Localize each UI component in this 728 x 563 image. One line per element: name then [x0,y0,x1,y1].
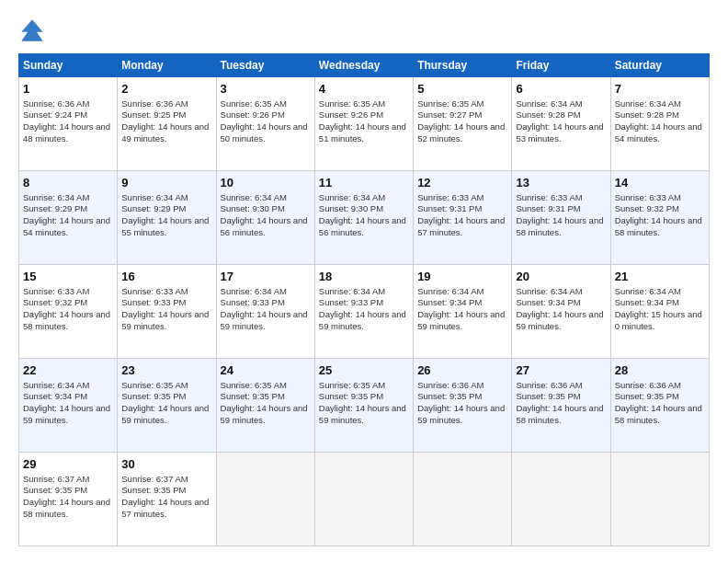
day-num: 29 [23,456,113,473]
day-cell-8: 8Sunrise: 6:34 AMSunset: 9:29 PMDaylight… [19,171,118,265]
page: SundayMondayTuesdayWednesdayThursdayFrid… [0,0,728,563]
day-cell-20: 20Sunrise: 6:34 AMSunset: 9:34 PMDayligh… [512,265,610,359]
day-cell-1: 1Sunrise: 6:36 AMSunset: 9:24 PMDaylight… [19,77,118,171]
day-num: 23 [121,362,211,379]
day-num: 24 [221,362,311,379]
day-cell-15: 15Sunrise: 6:33 AMSunset: 9:32 PMDayligh… [19,265,118,359]
day-cell-12: 12Sunrise: 6:33 AMSunset: 9:31 PMDayligh… [414,171,512,265]
day-num: 9 [121,175,211,191]
calendar-table: SundayMondayTuesdayWednesdayThursdayFrid… [18,53,710,546]
day-cell-29: 29Sunrise: 6:37 AMSunset: 9:35 PMDayligh… [19,453,118,546]
day-num: 11 [319,175,409,191]
day-cell-9: 9Sunrise: 6:34 AMSunset: 9:29 PMDaylight… [118,171,216,265]
day-cell-25: 25Sunrise: 6:35 AMSunset: 9:35 PMDayligh… [314,359,413,453]
day-num: 25 [319,362,409,379]
week-row-3: 15Sunrise: 6:33 AMSunset: 9:32 PMDayligh… [19,265,710,359]
day-cell-30: 30Sunrise: 6:37 AMSunset: 9:35 PMDayligh… [118,453,216,546]
empty-cell [216,453,314,546]
day-cell-28: 28Sunrise: 6:36 AMSunset: 9:35 PMDayligh… [610,359,709,453]
svg-marker-1 [21,19,42,40]
day-cell-16: 16Sunrise: 6:33 AMSunset: 9:33 PMDayligh… [118,265,216,359]
week-row-2: 8Sunrise: 6:34 AMSunset: 9:29 PMDaylight… [19,171,710,265]
day-num: 12 [417,175,507,191]
day-num: 17 [221,269,311,285]
day-num: 21 [615,269,705,285]
col-header-thursday: Thursday [414,54,512,77]
empty-cell [314,453,413,546]
week-row-5: 29Sunrise: 6:37 AMSunset: 9:35 PMDayligh… [19,453,710,546]
day-cell-10: 10Sunrise: 6:34 AMSunset: 9:30 PMDayligh… [216,171,314,265]
day-num: 2 [121,81,211,98]
day-num: 15 [23,269,113,285]
day-num: 4 [319,81,409,98]
col-header-saturday: Saturday [610,54,709,77]
logo-icon [18,17,46,44]
day-num: 27 [516,362,606,379]
day-num: 5 [417,81,507,98]
day-num: 19 [417,269,507,285]
col-header-sunday: Sunday [19,54,118,77]
day-cell-23: 23Sunrise: 6:35 AMSunset: 9:35 PMDayligh… [118,359,216,453]
day-num: 18 [319,269,409,285]
day-num: 10 [221,175,311,191]
day-cell-21: 21Sunrise: 6:34 AMSunset: 9:34 PMDayligh… [610,265,709,359]
day-num: 28 [615,362,705,379]
day-cell-3: 3Sunrise: 6:35 AMSunset: 9:26 PMDaylight… [216,77,314,171]
day-num: 7 [615,81,705,98]
day-num: 30 [121,456,211,473]
day-cell-14: 14Sunrise: 6:33 AMSunset: 9:32 PMDayligh… [610,171,709,265]
day-cell-13: 13Sunrise: 6:33 AMSunset: 9:31 PMDayligh… [512,171,610,265]
day-cell-7: 7Sunrise: 6:34 AMSunset: 9:28 PMDaylight… [610,77,709,171]
day-num: 6 [516,81,606,98]
day-cell-22: 22Sunrise: 6:34 AMSunset: 9:34 PMDayligh… [19,359,118,453]
header [18,17,710,44]
day-cell-26: 26Sunrise: 6:36 AMSunset: 9:35 PMDayligh… [414,359,512,453]
day-num: 22 [23,362,113,379]
day-cell-11: 11Sunrise: 6:34 AMSunset: 9:30 PMDayligh… [314,171,413,265]
day-cell-27: 27Sunrise: 6:36 AMSunset: 9:35 PMDayligh… [512,359,610,453]
day-num: 20 [516,269,606,285]
day-cell-2: 2Sunrise: 6:36 AMSunset: 9:25 PMDaylight… [118,77,216,171]
col-header-tuesday: Tuesday [216,54,314,77]
day-cell-18: 18Sunrise: 6:34 AMSunset: 9:33 PMDayligh… [314,265,413,359]
day-cell-6: 6Sunrise: 6:34 AMSunset: 9:28 PMDaylight… [512,77,610,171]
col-header-friday: Friday [512,54,610,77]
day-num: 16 [121,269,211,285]
empty-cell [512,453,610,546]
empty-cell [414,453,512,546]
day-cell-4: 4Sunrise: 6:35 AMSunset: 9:26 PMDaylight… [314,77,413,171]
day-cell-17: 17Sunrise: 6:34 AMSunset: 9:33 PMDayligh… [216,265,314,359]
empty-cell [610,453,709,546]
day-cell-5: 5Sunrise: 6:35 AMSunset: 9:27 PMDaylight… [414,77,512,171]
day-num: 1 [23,81,113,98]
week-row-4: 22Sunrise: 6:34 AMSunset: 9:34 PMDayligh… [19,359,710,453]
day-num: 14 [615,175,705,191]
day-cell-19: 19Sunrise: 6:34 AMSunset: 9:34 PMDayligh… [414,265,512,359]
day-num: 8 [23,175,113,191]
logo [18,17,50,44]
day-cell-24: 24Sunrise: 6:35 AMSunset: 9:35 PMDayligh… [216,359,314,453]
day-num: 3 [221,81,311,98]
col-header-wednesday: Wednesday [314,54,413,77]
week-row-1: 1Sunrise: 6:36 AMSunset: 9:24 PMDaylight… [19,77,710,171]
day-num: 13 [516,175,606,191]
day-num: 26 [417,362,507,379]
col-header-monday: Monday [118,54,216,77]
